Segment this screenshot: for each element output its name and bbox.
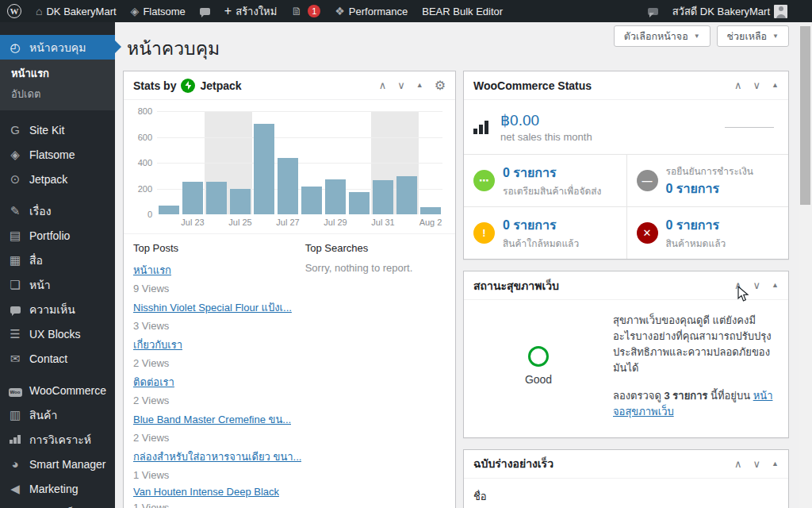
comments-shortcut[interactable] xyxy=(193,0,217,22)
jetpack-stats-chart: 8006004002000 Jul 23Jul 25Jul 27Jul 29Ju… xyxy=(124,100,455,233)
woocommerce-status-header[interactable]: WooCommerce Status ∧ ∨ ▲ xyxy=(464,71,788,100)
health-status-label: Good xyxy=(525,373,552,386)
woo-status-count-link[interactable]: 0 รายการ xyxy=(503,163,601,183)
sidebar-item-products[interactable]: ▥สินค้า xyxy=(0,402,115,427)
panel-controls: ∧ ∨ ▲ xyxy=(734,280,779,291)
move-up-icon[interactable]: ∧ xyxy=(734,80,742,90)
chat-shortcut[interactable] xyxy=(641,0,665,22)
sidebar-item-site-kit[interactable]: GSite Kit xyxy=(0,117,115,142)
panel-controls: ∧ ∨ ▲ ⚙ xyxy=(379,79,446,92)
new-content-menu[interactable]: + สร้างใหม่ xyxy=(217,0,284,22)
sidebar-item-ux-blocks[interactable]: ☰UX Blocks xyxy=(0,321,115,346)
collapse-toggle-icon[interactable]: ▲ xyxy=(772,460,779,468)
sidebar-item-label: Smart Manager xyxy=(29,458,105,471)
top-post-link[interactable]: Blue Band Master Cremefine ขน... xyxy=(133,411,291,428)
help-button[interactable]: ช่วยเหลือ ▼ xyxy=(717,25,789,47)
processing-icon: ⋯ xyxy=(473,170,495,191)
sidebar-item-marketing[interactable]: ◀Marketing xyxy=(0,476,115,501)
bar-jul-22 xyxy=(159,206,179,214)
collapse-toggle-icon[interactable]: ▲ xyxy=(416,82,423,89)
move-up-icon[interactable]: ∧ xyxy=(734,459,742,469)
sidebar-item-contact[interactable]: ✉Contact xyxy=(0,346,115,371)
menu-separator xyxy=(0,371,115,378)
bar-slot xyxy=(228,111,252,214)
posts-icon: ✎ xyxy=(8,205,22,217)
sidebar-item-pages[interactable]: ❏หน้า xyxy=(0,272,115,297)
site-name-link[interactable]: ⌂ DK BakeryMart xyxy=(29,0,124,22)
collapse-toggle-icon[interactable]: ▲ xyxy=(772,282,779,289)
woo-status-text: 0 รายการรอเตรียมสินค้าเพื่อจัดส่ง xyxy=(503,163,601,198)
chevron-down-icon: ▼ xyxy=(772,33,779,40)
bar-jul-27 xyxy=(278,158,298,215)
dashboard-submenu: หน้าแรกอัปเดต xyxy=(0,60,115,110)
sidebar-item-label: Portfolio xyxy=(29,229,70,242)
bar-jul-26 xyxy=(254,124,274,214)
sidebar-item-dashboard[interactable]: ◴หน้าควบคุม xyxy=(0,35,115,60)
sidebar-item-label: Marketing xyxy=(29,483,78,495)
help-label: ช่วยเหลือ xyxy=(727,29,768,44)
screen-options-button[interactable]: ตัวเลือกหน้าจอ ▼ xyxy=(614,25,710,47)
site-health-panel: สถานะสุขภาพเว็บ ∧ ∨ ▲ Good สุขภาพเว็บของ… xyxy=(463,271,789,438)
sidebar-item-smart-manager[interactable]: ◕Smart Manager xyxy=(0,452,115,476)
woo-status-count-link[interactable]: 0 รายการ xyxy=(666,215,726,235)
admin-bar: W ⌂ DK BakeryMart ◈ Flatsome + สร้างใหม่… xyxy=(0,0,812,22)
sidebar-item-posts[interactable]: ✎เรื่อง xyxy=(0,198,115,223)
woo-status-text: 0 รายการสินค้าใกล้หมดแล้ว xyxy=(503,215,579,251)
sidebar-item-portfolio[interactable]: ▤Portfolio xyxy=(0,223,115,248)
woo-status-count-link[interactable]: 0 รายการ xyxy=(503,215,579,235)
media-icon: ▦ xyxy=(8,254,22,266)
woo-status-count-link[interactable]: 0 รายการ xyxy=(666,179,754,198)
top-post-link[interactable]: Nisshin Violet Special Flour แป้งเ... xyxy=(133,299,292,316)
move-down-icon[interactable]: ∨ xyxy=(753,280,761,291)
page-scrollbar[interactable] xyxy=(799,22,812,508)
home-icon: ⌂ xyxy=(36,6,42,17)
move-up-icon[interactable]: ∧ xyxy=(734,280,742,291)
sidebar-item-analytics[interactable]: การวิเคราะห์ xyxy=(0,427,115,452)
top-post-link[interactable]: เกี่ยวกับเรา xyxy=(133,337,182,353)
sidebar-item-label: หน้า xyxy=(29,276,51,294)
comments-icon xyxy=(200,8,210,15)
bear-bulk-editor-menu[interactable]: BEAR Bulk Editor xyxy=(415,0,510,22)
top-post-views: 1 Views xyxy=(133,502,305,508)
top-post-link[interactable]: ติดต่อเรา xyxy=(133,374,174,391)
sidebar-item-media[interactable]: ▦สื่อ xyxy=(0,248,115,272)
quick-draft-body: ชื่อ เนื้อหา xyxy=(464,479,788,508)
quick-draft-header[interactable]: ฉบับร่างอย่างเร็ว ∧ ∨ ▲ xyxy=(464,450,788,479)
top-searches-heading: Top Searches xyxy=(305,242,446,254)
sidebar-item-appearance[interactable]: ✐รูปแบบเว็บ xyxy=(0,501,115,508)
site-health-header[interactable]: สถานะสุขภาพเว็บ ∧ ∨ ▲ xyxy=(464,271,788,300)
performance-menu[interactable]: ❖ Performance xyxy=(327,0,415,22)
sidebar-item-label: Jetpack xyxy=(29,173,67,186)
sidebar-item-comments[interactable]: ความเห็น xyxy=(0,297,115,321)
move-down-icon[interactable]: ∨ xyxy=(753,459,761,469)
move-down-icon[interactable]: ∨ xyxy=(397,80,405,90)
submenu-item[interactable]: อัปเดต xyxy=(0,83,115,104)
my-account-menu[interactable]: สวัสดี DK BakeryMart xyxy=(665,0,795,22)
chart-x-axis: Jul 23Jul 25Jul 27Jul 29Jul 31Aug 2 xyxy=(157,214,442,230)
comments-icon xyxy=(8,303,22,315)
net-sales-amount-link[interactable]: ฿0.00 xyxy=(500,111,592,129)
top-post-link[interactable]: กล่องสำหรับใส่อาหารจานเดียว ขนา... xyxy=(133,448,301,465)
top-post-link[interactable]: Van Houten Intense Deep Black xyxy=(133,486,279,498)
wordpress-menu[interactable]: W xyxy=(0,0,29,22)
move-down-icon[interactable]: ∨ xyxy=(753,80,761,90)
updates-menu[interactable]: 🗎 1 xyxy=(284,0,327,22)
health-good-circle-icon xyxy=(528,346,549,367)
woo-status-text: 0 รายการสินค้าหมดแล้ว xyxy=(666,215,726,251)
woocommerce-status-title: WooCommerce Status xyxy=(473,79,592,92)
menu-separator xyxy=(0,191,115,198)
sidebar-item-woocommerce[interactable]: WooWooCommerce xyxy=(0,378,115,402)
scrollbar-thumb[interactable] xyxy=(800,26,810,205)
flatsome-menu[interactable]: ◈ Flatsome xyxy=(124,0,193,22)
submenu-item[interactable]: หน้าแรก xyxy=(0,63,115,83)
gear-icon[interactable]: ⚙ xyxy=(435,79,446,92)
sidebar-item-jetpack[interactable]: ⊙Jetpack xyxy=(0,167,115,191)
bar-aug-1 xyxy=(396,176,417,214)
top-post-link[interactable]: หน้าแรก xyxy=(133,262,171,279)
low-stock-icon: ! xyxy=(473,222,495,244)
jetpack-stats-header[interactable]: Stats by Jetpack ∧ ∨ ▲ ⚙ xyxy=(124,71,455,100)
move-up-icon[interactable]: ∧ xyxy=(379,80,387,90)
sidebar-item-flatsome[interactable]: ◈Flatsome xyxy=(0,142,115,167)
collapse-toggle-icon[interactable]: ▲ xyxy=(772,82,779,89)
performance-icon: ❖ xyxy=(335,6,345,17)
